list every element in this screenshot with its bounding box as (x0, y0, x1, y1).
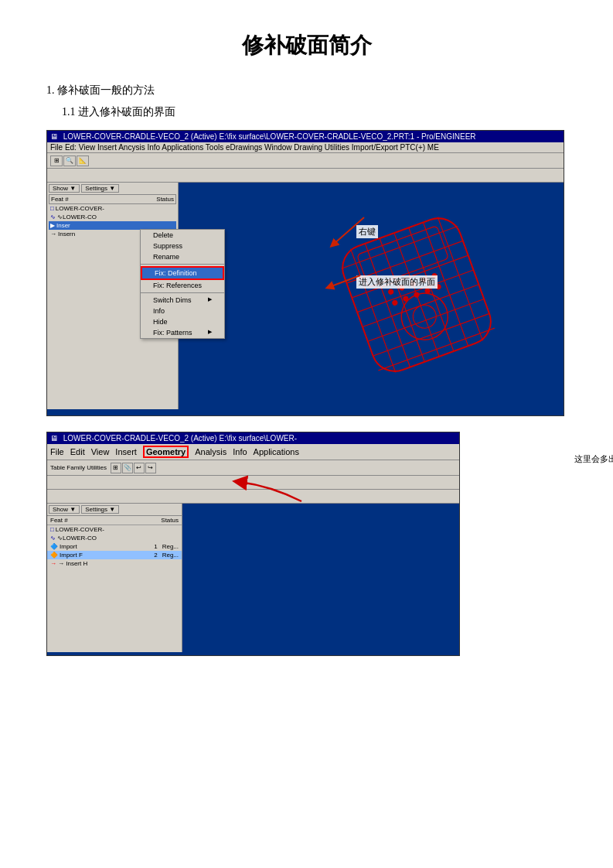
ctx-fix-references[interactable]: Fix: References (141, 280, 224, 291)
svg-point-20 (414, 292, 420, 298)
screen1-tree-buttons: Show ▼ Settings ▼ (49, 184, 176, 193)
show-button[interactable]: Show ▼ (49, 184, 80, 193)
context-menu: Delete Suppress Rename Fix: Definition F… (140, 229, 225, 339)
toolbar-icon3[interactable]: 📎 (122, 463, 133, 473)
s2-model-name: LOWER-COVER- (56, 526, 104, 533)
lower-co-icon: ∿ (50, 214, 56, 220)
screen2-toolbar1: Table Family Utilities ⊞ 📎 ↩ ↪ (47, 460, 459, 476)
svg-line-30 (329, 275, 360, 287)
screen1-left-panel: Show ▼ Settings ▼ Feat # Status □ LOWER-… (47, 183, 179, 409)
ctx-fix-patterns[interactable]: Fix: Patterns (141, 327, 224, 338)
screen1-main-view: 右键 进入修补破面的界面 (179, 183, 564, 409)
screen2-titlebar: 🖥 LOWER-COVER-CRADLE-VECO_2 (Active) E:\… (47, 432, 459, 444)
screen2-main-view (182, 504, 459, 652)
s2-insert-text: → Insert H (58, 560, 87, 567)
screen2-feat-col: Feat # (50, 517, 68, 524)
menu-file[interactable]: File (50, 447, 64, 456)
page-title: 修补破面简介 (46, 31, 567, 60)
inser-text: Insern (58, 231, 75, 238)
svg-point-18 (392, 299, 398, 306)
menu-info[interactable]: Info (233, 447, 247, 456)
screen2-status-col: Status (161, 517, 179, 524)
ctx-sep2 (141, 292, 224, 293)
toolbar-icon5[interactable]: ↪ (145, 463, 156, 473)
screen1-toolbar2 (47, 169, 564, 183)
screen2-left-panel: Show ▼ Settings ▼ Feat # Status □ LOWER-… (47, 504, 182, 652)
s2-import1-icon: 🔷 (50, 543, 58, 550)
arrow-rightclick (310, 210, 387, 256)
menu-edit[interactable]: Edit (70, 447, 85, 456)
s2-model-icon: □ (50, 526, 54, 533)
ctx-hide[interactable]: Hide (141, 316, 224, 327)
ctx-sep1 (141, 264, 224, 265)
toolbar-icon[interactable]: 📐 (77, 155, 89, 166)
tree-item-lower-co[interactable]: ∿ ∿LOWER-CO (49, 213, 176, 221)
svg-point-23 (388, 289, 394, 295)
tree-item-model[interactable]: □ LOWER-COVER- (49, 204, 176, 213)
ctx-rename[interactable]: Rename (141, 251, 224, 262)
s2-import1-label: Import (60, 543, 77, 550)
screen1-menubar: File Ed: View Insert Ancysis Info Applic… (47, 142, 564, 153)
menu-geometry[interactable]: Geometry (143, 446, 189, 458)
ctx-info[interactable]: Info (141, 306, 224, 316)
screen2-tree-insert-h[interactable]: → → Insert H (47, 559, 182, 568)
toolbar-icon4[interactable]: ↩ (134, 463, 145, 473)
screen2-tree-model[interactable]: □ LOWER-COVER- (47, 525, 182, 534)
screenshot-1: 🖥 LOWER-COVER-CRADLE-VECO_2 (Active) E:\… (46, 130, 564, 416)
screen1-title-text: LOWER-COVER-CRADLE-VECO_2 (Active) E:\fi… (63, 132, 476, 141)
screen2-tree-lower-co[interactable]: ∿ ∿LOWER-CO (47, 534, 182, 542)
screen2-toolbar3 (47, 490, 459, 504)
s2-import2-icon: 🔶 (50, 552, 58, 559)
s2-insert-icon: → (50, 560, 56, 567)
toolbar-text: Table Family Utilities (50, 464, 107, 471)
model-name: LOWER-COVER- (56, 205, 104, 212)
screen2-annotation: 这里会多出一栏菜单 (574, 453, 613, 465)
section-1-1-heading: 1.1 进入修补破面的界面 (62, 105, 567, 119)
model-icon: □ (50, 205, 54, 212)
screenshot-2: 🖥 LOWER-COVER-CRADLE-VECO_2 (Active) E:\… (46, 432, 460, 656)
s2-import2-label: Import F (60, 552, 83, 559)
menu-applications[interactable]: Applications (254, 447, 299, 456)
arrow-icon: ▶ (50, 222, 55, 229)
s2-import1-status: Reg... (162, 543, 179, 550)
screen2-menubar: File Edit View Insert Geometry Analysis … (47, 444, 459, 460)
inser-icon: → (50, 231, 56, 238)
screen2-body: Show ▼ Settings ▼ Feat # Status □ LOWER-… (47, 504, 459, 652)
screen2-tree-import1[interactable]: 🔷 Import 1 Reg... (47, 542, 182, 551)
lower-co-text: ∿LOWER-CO (57, 214, 97, 220)
screen2-tree-import2[interactable]: 🔶 Import F 2 Reg... (47, 551, 182, 559)
menu-view[interactable]: View (91, 447, 110, 456)
ctx-suppress[interactable]: Suppress (141, 241, 224, 251)
screen2-show-button[interactable]: Show ▼ (49, 505, 80, 514)
screen1-body: Show ▼ Settings ▼ Feat # Status □ LOWER-… (47, 183, 564, 409)
menu-insert[interactable]: Insert (115, 447, 137, 456)
settings-button[interactable]: Settings ▼ (81, 184, 119, 193)
tree-col-header: Feat # Status (49, 194, 176, 204)
s2-import2-status: Reg... (162, 552, 179, 559)
section-1-heading: 1. 修补破面一般的方法 (46, 84, 567, 97)
arrow-enter (314, 268, 383, 299)
s2-lower-icon: ∿ (50, 535, 56, 542)
toolbar-icon2[interactable]: ⊞ (111, 463, 121, 473)
s2-import1-num: 1 (154, 543, 157, 550)
screen2-title-text: LOWER-COVER-CRADLE-VECO_2 (Active) E:\fi… (63, 434, 297, 443)
screen2-col-header: Feat # Status (47, 516, 182, 525)
screen1-toolbar1: ⊞ 🔍 📐 (47, 153, 564, 169)
ctx-delete[interactable]: Delete (141, 230, 224, 241)
ctx-switch-dims[interactable]: Switch Dims (141, 295, 224, 306)
insert-text: Inser (56, 222, 70, 229)
toolbar-icon[interactable]: ⊞ (50, 155, 63, 166)
svg-line-29 (333, 217, 364, 244)
screen2-settings-button[interactable]: Settings ▼ (81, 505, 119, 514)
feat-col: Feat # (51, 196, 69, 203)
screen1-titlebar: 🖥 LOWER-COVER-CRADLE-VECO_2 (Active) E:\… (47, 131, 564, 142)
s2-lower-text: ∿LOWER-CO (57, 535, 97, 542)
ctx-fix-definition[interactable]: Fix: Definition (141, 266, 224, 280)
screen2-tree-buttons: Show ▼ Settings ▼ (47, 504, 182, 516)
screen2-toolbar2 (47, 476, 459, 490)
menu-analysis[interactable]: Analysis (195, 447, 226, 456)
status-col: Status (156, 196, 174, 203)
toolbar-icon[interactable]: 🔍 (63, 155, 76, 166)
s2-import2-num: 2 (154, 552, 157, 559)
